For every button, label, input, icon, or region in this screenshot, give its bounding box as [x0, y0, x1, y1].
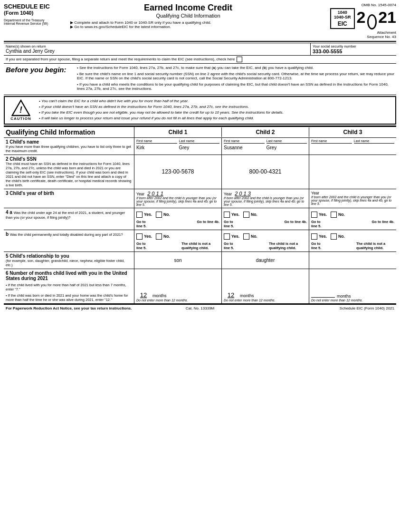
- child1-4a-no: No.: [156, 212, 170, 218]
- child1-firstname-col: First name Kirk: [136, 139, 177, 151]
- child2-4b-no-box[interactable]: [243, 233, 249, 240]
- child3-yob-note: If born after 2002 and the child is youn…: [311, 195, 394, 205]
- child3-4a-no-box[interactable]: [331, 212, 337, 218]
- child3-4a-goto-yes: Go toline 5.: [311, 220, 321, 228]
- caution-triangle-icon: !: [11, 99, 30, 116]
- child1-4a-yn: Yes. No.: [136, 212, 219, 218]
- child3-4a-goto-no: Go to line 4b.: [371, 220, 394, 228]
- child1-4a-no-box[interactable]: [156, 212, 162, 218]
- child1-lastname-col: Last name Grey: [179, 139, 220, 151]
- child3-4b-no-box[interactable]: [331, 233, 337, 240]
- attachment-info: Attachment Sequence No. 43: [311, 30, 396, 39]
- child3-4b-yes-box[interactable]: [311, 233, 317, 240]
- child2-4a-no: No.: [243, 212, 257, 218]
- child2-months: 12: [224, 291, 238, 299]
- child1-ssn: 123-00-5678: [162, 159, 194, 184]
- name-cell: Name(s) shown on return Cynthia and Jerr…: [4, 43, 311, 55]
- header-left: SCHEDULE EIC (Form 1040) Department of t…: [4, 3, 66, 25]
- child2-header: Child 2: [222, 127, 309, 137]
- child1-4a-goto-no: Go to line 4b.: [197, 220, 219, 228]
- child2-4a-no-box[interactable]: [243, 212, 249, 218]
- child2-4a-no-label: No.: [251, 212, 257, 217]
- child1-4b-no-box[interactable]: [156, 233, 162, 240]
- row-1-child2: First name Susanne Last name Grey: [222, 138, 309, 155]
- child3-4a-no: No.: [331, 212, 345, 218]
- child3-4a-yn: Yes. No.: [311, 212, 394, 218]
- child2-4a-goto-yes: Go toline 5.: [224, 220, 234, 228]
- child2-name-subcell: First name Susanne Last name Grey: [224, 139, 307, 151]
- child1-yob-note: If born after 2002 and the child is youn…: [136, 196, 219, 206]
- child3-header: Child 3: [309, 127, 396, 137]
- footer-right: Schedule EIC (Form 1040) 2021: [265, 306, 394, 310]
- child3-months: [311, 297, 335, 298]
- child1-4a-yes-label: Yes.: [144, 212, 152, 217]
- year-digit-2: 2: [357, 8, 366, 26]
- ssn-cell: Your social security number 333-00-5555: [311, 43, 396, 55]
- child1-4b-not-qualifying: The child is not a qualifying child.: [181, 242, 219, 250]
- child2-firstname-col: First name Susanne: [224, 139, 265, 151]
- child3-months-word: months: [337, 294, 351, 299]
- child2-lastname: Grey: [267, 144, 307, 151]
- ssn-value: 333-00-5555: [313, 48, 394, 54]
- row-1-child1: First name Kirk Last name Grey: [134, 138, 222, 155]
- child2-4a-yes-box[interactable]: [224, 212, 230, 218]
- child3-4b-not-qualifying: The child is not a qualifying child.: [356, 242, 394, 250]
- child3-4a-yes-label: Yes.: [319, 212, 327, 217]
- separation-row: If you are separated from your spouse, f…: [4, 56, 396, 64]
- form-sub: (Form 1040): [4, 10, 66, 16]
- begin-bullet1: • See the instructions for Form 1040, li…: [77, 66, 394, 70]
- child1-name-subcell: First name Kirk Last name Grey: [136, 139, 219, 151]
- child2-4b-yes: Yes.: [224, 233, 239, 240]
- svg-text:!: !: [19, 106, 22, 115]
- child1-months-note: Do not enter more than 12 months.: [136, 299, 219, 302]
- begin-bullet2: • Be sure the child's name on line 1 and…: [77, 72, 394, 80]
- child3-4b-yes: Yes.: [311, 233, 327, 240]
- row-6-child2: 12 months Do not enter more than 12 mont…: [222, 269, 309, 303]
- dept-info: Department of the Treasury Internal Reve…: [4, 19, 66, 25]
- qc-header: Qualifying Child Information Child 1 Chi…: [4, 126, 396, 138]
- header-center: Earned Income Credit Qualifying Child In…: [66, 3, 311, 29]
- row-3: 3 Child's year of birth Year 2 0 1 1 If …: [4, 189, 396, 208]
- child2-4b-yes-box[interactable]: [224, 233, 230, 240]
- ssn-label: Your social security number: [313, 44, 394, 48]
- child1-relationship: son: [174, 258, 181, 263]
- footer: For Paperwork Reduction Act Notice, see …: [4, 304, 396, 312]
- row-5-child3: [309, 252, 396, 269]
- child3-4b-no: No.: [331, 233, 345, 240]
- sep-text: If you are separated from your spouse, f…: [6, 57, 235, 61]
- child1-year-label: Year: [136, 192, 144, 196]
- row-5: 5 Child's relationship to you (for examp…: [4, 252, 396, 269]
- row-5-child1: son: [134, 252, 222, 269]
- row-3-child2: Year 2 0 1 3 If born after 2002 and the …: [222, 189, 309, 208]
- row-1-label: 1 Child's name If you have more than thr…: [4, 138, 134, 155]
- row-6: 6 Number of months child lived with you …: [4, 269, 396, 304]
- begin-bullet3: • If you have a child who meets the cond…: [77, 82, 394, 91]
- child1-4a-yes: Yes.: [136, 212, 152, 218]
- begin-content: • See the instructions for Form 1040, li…: [77, 66, 394, 91]
- row-6-child3: months Do not enter more than 12 months.: [309, 269, 396, 303]
- row-2-label: 2 Child's SSN The child must have an SSN…: [4, 155, 134, 189]
- child3-4a-yes-box[interactable]: [311, 212, 317, 218]
- footer-center: Cat. No. 13339M: [135, 306, 265, 310]
- name-label: Name(s) shown on return: [6, 44, 308, 48]
- child2-ssn: 800-00-4321: [249, 159, 281, 184]
- row-2-child3: [309, 155, 396, 189]
- child2-months-word: months: [240, 293, 254, 298]
- row-3-child3: Year If born after 2002 and the child is…: [309, 189, 396, 208]
- row-4b-label: b Was the child permanently and totally …: [4, 230, 134, 251]
- child1-lastname: Grey: [179, 144, 220, 151]
- sep-checkbox[interactable]: [237, 57, 242, 62]
- caution-box: ! CAUTION • You can't claim the EIC for …: [4, 96, 396, 125]
- year-digit-0: [367, 14, 377, 29]
- header-right: OMB No. 1545-0074 1040 1040-SR EIC 2 21 …: [311, 3, 396, 39]
- child1-header: Child 1: [134, 127, 222, 137]
- row-1-child3: First name Last name: [309, 138, 396, 155]
- child2-months-note: Do not enter more than 12 months.: [224, 299, 307, 302]
- child1-4b-yes-box[interactable]: [136, 233, 143, 240]
- omb-number: OMB No. 1545-0074: [311, 3, 396, 7]
- row-4b: b Was the child permanently and totally …: [4, 230, 396, 252]
- child3-name-subcell: First name Last name: [311, 139, 394, 146]
- child3-firstname-col: First name: [311, 139, 352, 146]
- child1-4a-yes-box[interactable]: [136, 212, 143, 218]
- row-2-child1: 123-00-5678: [134, 155, 222, 189]
